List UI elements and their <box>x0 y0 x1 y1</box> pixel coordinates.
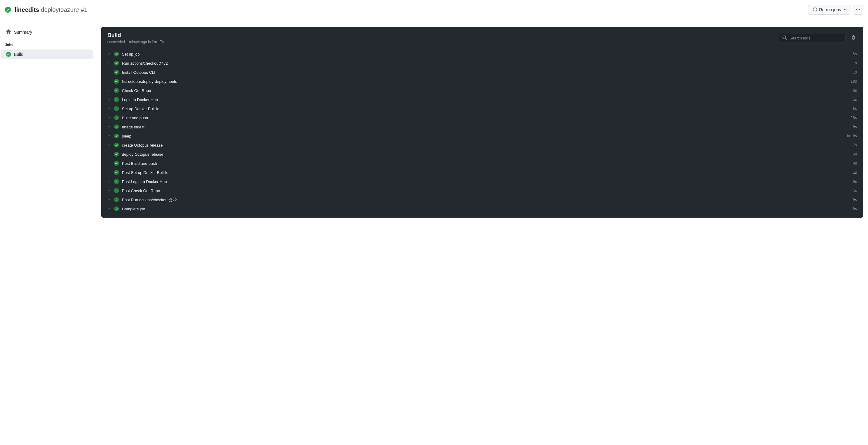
step-name: Post Check Out Repo <box>122 188 850 193</box>
log-panel: Build succeeded 1 minute ago in 2m 17s <box>101 27 863 218</box>
step-row[interactable]: Post Login to Docker Hub0s <box>101 177 863 186</box>
check-circle-icon <box>114 52 119 56</box>
step-name: Set up Docker Buildx <box>122 107 850 111</box>
step-row[interactable]: Set up job5s <box>101 50 863 59</box>
step-duration: 0s <box>853 207 857 211</box>
step-duration: 0s <box>853 198 857 202</box>
check-circle-icon <box>114 170 119 175</box>
check-circle-icon <box>114 124 119 129</box>
step-duration: 0s <box>853 125 857 129</box>
step-row[interactable]: Complete job0s <box>101 204 863 213</box>
step-name: Post Set up Docker Buildx <box>122 170 850 175</box>
job-subtitle: succeeded 1 minute ago in 2m 17s <box>107 40 164 44</box>
step-row[interactable]: sleep1m 0s <box>101 131 863 141</box>
workflow-menu-button[interactable] <box>853 5 863 14</box>
chevron-right-icon <box>107 125 111 129</box>
page-title: lineedits deploytoazure #1 <box>14 6 87 13</box>
step-row[interactable]: list-octopusdeploy-deployments18s <box>101 77 863 86</box>
log-settings-button[interactable] <box>850 34 857 42</box>
step-duration: 6s <box>853 152 857 156</box>
chevron-right-icon <box>107 61 111 65</box>
rerun-jobs-button[interactable]: Re-run jobs <box>808 5 850 14</box>
check-circle-icon <box>114 106 119 111</box>
step-name: Image digest <box>122 125 850 129</box>
step-duration: 1s <box>853 170 857 175</box>
chevron-right-icon <box>107 152 111 157</box>
step-row[interactable]: Post Run actions/checkout@v20s <box>101 195 863 204</box>
check-circle-icon <box>114 115 119 120</box>
search-icon <box>782 35 787 41</box>
step-name: sleep <box>122 134 843 139</box>
step-row[interactable]: Login to Docker Hub1s <box>101 95 863 104</box>
check-circle-icon <box>114 152 119 157</box>
check-circle-icon <box>114 161 119 166</box>
check-circle-icon <box>114 197 119 202</box>
sidebar-summary-label: Summary <box>14 30 32 35</box>
run-number: #1 <box>81 6 87 13</box>
check-circle-icon <box>114 61 119 65</box>
chevron-right-icon <box>107 198 111 202</box>
sidebar: Summary Jobs Build <box>0 20 94 218</box>
check-circle-icon <box>114 179 119 184</box>
step-row[interactable]: Install Octopus CLI1s <box>101 68 863 77</box>
step-row[interactable]: Build and push28s <box>101 113 863 122</box>
check-circle-icon <box>114 206 119 211</box>
sidebar-job-build[interactable]: Build <box>1 50 93 59</box>
repo-name: lineedits <box>14 6 39 13</box>
step-name: Install Octopus CLI <box>122 70 850 75</box>
check-circle-icon <box>6 52 11 57</box>
check-circle-icon <box>5 7 11 13</box>
chevron-right-icon <box>107 97 111 102</box>
step-name: list-octopusdeploy-deployments <box>122 79 847 84</box>
step-row[interactable]: create Octopus release7s <box>101 141 863 150</box>
log-search[interactable] <box>779 34 845 43</box>
step-name: Post Login to Docker Hub <box>122 179 850 184</box>
step-name: Post Build and push <box>122 161 850 166</box>
steps-list: Set up job5sRun actions/checkout@v21sIns… <box>101 48 863 218</box>
log-search-input[interactable] <box>789 36 842 40</box>
step-name: Complete job <box>122 207 850 211</box>
step-row[interactable]: Set up Docker Buildx8s <box>101 104 863 113</box>
check-circle-icon <box>114 79 119 84</box>
gear-icon <box>851 36 856 41</box>
chevron-right-icon <box>107 79 111 84</box>
sidebar-job-label: Build <box>14 52 23 57</box>
step-duration: 0s <box>853 179 857 184</box>
sidebar-section-jobs: Jobs <box>0 37 94 50</box>
check-circle-icon <box>114 134 119 139</box>
home-icon <box>6 29 11 35</box>
chevron-right-icon <box>107 70 111 75</box>
check-circle-icon <box>114 188 119 193</box>
step-name: Login to Docker Hub <box>122 97 850 102</box>
step-row[interactable]: Run actions/checkout@v21s <box>101 59 863 68</box>
chevron-right-icon <box>107 143 111 148</box>
step-row[interactable]: Post Check Out Repo1s <box>101 186 863 195</box>
step-name: Post Run actions/checkout@v2 <box>122 198 850 202</box>
chevron-right-icon <box>107 188 111 193</box>
chevron-right-icon <box>107 88 111 93</box>
step-row[interactable]: Check Out Repo0s <box>101 86 863 95</box>
workflow-name: deploytoazure <box>41 6 79 13</box>
step-name: Set up job <box>122 52 850 56</box>
step-row[interactable]: Post Set up Docker Buildx1s <box>101 168 863 177</box>
check-circle-icon <box>114 70 119 75</box>
step-row[interactable]: Image digest0s <box>101 122 863 131</box>
step-row[interactable]: Post Build and push0s <box>101 159 863 168</box>
sidebar-summary[interactable]: Summary <box>1 27 93 37</box>
chevron-right-icon <box>107 161 111 166</box>
rerun-jobs-label: Re-run jobs <box>819 7 841 12</box>
chevron-right-icon <box>107 52 111 56</box>
step-duration: 1s <box>853 188 857 193</box>
step-duration: 1s <box>853 70 857 75</box>
step-duration: 1m 0s <box>846 134 857 138</box>
chevron-right-icon <box>107 207 111 211</box>
check-circle-icon <box>114 88 119 93</box>
step-row[interactable]: deploy Octopus release6s <box>101 150 863 159</box>
sync-icon <box>812 7 817 13</box>
step-name: Build and push <box>122 116 847 120</box>
step-duration: 1s <box>853 97 857 102</box>
step-duration: 7s <box>853 143 857 147</box>
check-circle-icon <box>114 97 119 102</box>
step-duration: 1s <box>853 61 857 65</box>
chevron-right-icon <box>107 179 111 184</box>
